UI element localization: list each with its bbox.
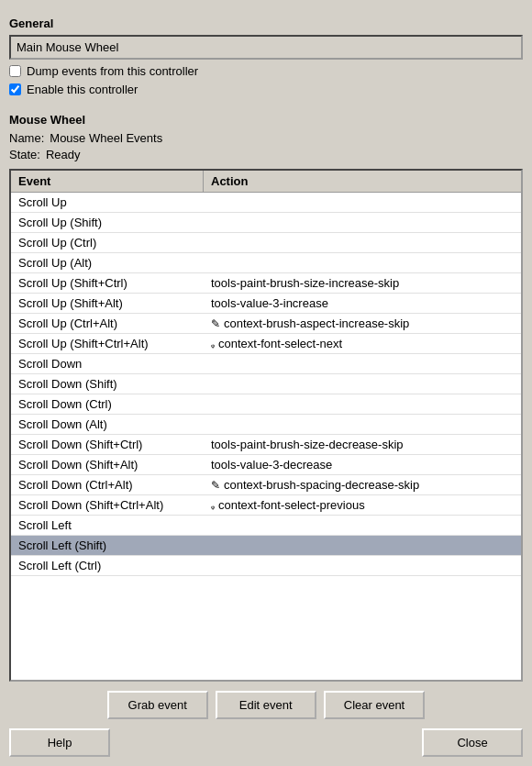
action-cell: context-brush-spacing-decrease-skip bbox=[204, 475, 521, 494]
action-cell bbox=[204, 233, 521, 252]
name-label: Name: bbox=[9, 131, 44, 145]
action-cell: tools-paint-brush-size-decrease-skip bbox=[204, 435, 521, 454]
action-cell bbox=[204, 516, 521, 535]
name-row: Name: Mouse Wheel Events bbox=[9, 131, 523, 145]
action-cell: context-font-select-previous bbox=[204, 495, 521, 515]
action-cell bbox=[204, 354, 521, 373]
event-cell: Scroll Up bbox=[11, 193, 204, 212]
event-cell: Scroll Down (Ctrl+Alt) bbox=[11, 475, 204, 494]
action-cell bbox=[204, 193, 521, 212]
action-cell: tools-paint-brush-size-increase-skip bbox=[204, 273, 521, 293]
table-row[interactable]: Scroll Down (Shift+Alt)tools-value-3-dec… bbox=[11, 455, 521, 475]
table-row[interactable]: Scroll Down (Alt) bbox=[11, 415, 521, 435]
mouse-wheel-section: Mouse Wheel Name: Mouse Wheel Events Sta… bbox=[9, 105, 523, 164]
state-row: State: Ready bbox=[9, 148, 523, 161]
state-label: State: bbox=[9, 148, 40, 161]
action-text: tools-paint-brush-size-decrease-skip bbox=[211, 438, 404, 451]
controller-name-input[interactable] bbox=[9, 35, 523, 60]
table-row[interactable]: Scroll Left bbox=[11, 516, 521, 536]
table-row[interactable]: Scroll Up bbox=[11, 193, 521, 213]
font-icon bbox=[211, 337, 215, 350]
table-row[interactable]: Scroll Up (Shift+Ctrl+Alt)context-font-s… bbox=[11, 334, 521, 354]
action-text: tools-paint-brush-size-increase-skip bbox=[211, 276, 399, 290]
event-cell: Scroll Up (Ctrl+Alt) bbox=[11, 314, 204, 333]
enable-controller-row: Enable this controller bbox=[9, 83, 523, 96]
event-cell: Scroll Up (Shift+Alt) bbox=[11, 294, 204, 313]
state-value: Ready bbox=[46, 148, 81, 161]
pencil-icon bbox=[211, 316, 220, 330]
action-buttons: Grab event Edit event Clear event bbox=[9, 691, 523, 719]
column-action: Action bbox=[204, 171, 521, 192]
table-row[interactable]: Scroll Down (Shift) bbox=[11, 374, 521, 394]
event-cell: Scroll Up (Shift+Ctrl) bbox=[11, 273, 204, 293]
table-row[interactable]: Scroll Up (Shift+Ctrl)tools-paint-brush-… bbox=[11, 273, 521, 294]
mouse-wheel-label: Mouse Wheel bbox=[9, 113, 523, 127]
close-button[interactable]: Close bbox=[422, 728, 523, 757]
table-row[interactable]: Scroll Left (Shift) bbox=[11, 536, 521, 556]
table-row[interactable]: Scroll Down (Shift+Ctrl)tools-paint-brus… bbox=[11, 435, 521, 455]
dump-events-row: Dump events from this controller bbox=[9, 64, 523, 78]
event-cell: Scroll Down (Alt) bbox=[11, 415, 204, 434]
event-cell: Scroll Down (Shift+Alt) bbox=[11, 455, 204, 474]
table-body: Scroll UpScroll Up (Shift)Scroll Up (Ctr… bbox=[11, 193, 521, 576]
clear-event-button[interactable]: Clear event bbox=[324, 691, 425, 719]
event-cell: Scroll Left (Ctrl) bbox=[11, 556, 204, 575]
action-text: context-brush-aspect-increase-skip bbox=[224, 316, 409, 330]
event-cell: Scroll Left (Shift) bbox=[11, 536, 204, 555]
general-section: General Dump events from this controller… bbox=[9, 9, 523, 96]
event-cell: Scroll Down bbox=[11, 354, 204, 373]
action-text: tools-value-3-increase bbox=[211, 296, 328, 310]
action-cell: tools-value-3-increase bbox=[204, 294, 521, 313]
table-row[interactable]: Scroll Left (Ctrl) bbox=[11, 556, 521, 576]
action-cell bbox=[204, 374, 521, 394]
table-row[interactable]: Scroll Up (Shift+Alt)tools-value-3-incre… bbox=[11, 294, 521, 314]
action-cell bbox=[204, 536, 521, 555]
action-cell: tools-value-3-decrease bbox=[204, 455, 521, 474]
table-row[interactable]: Scroll Up (Ctrl) bbox=[11, 233, 521, 253]
table-row[interactable]: Scroll Down (Ctrl) bbox=[11, 394, 521, 415]
table-row[interactable]: Scroll Down bbox=[11, 354, 521, 374]
action-cell bbox=[204, 556, 521, 575]
enable-controller-label: Enable this controller bbox=[27, 83, 138, 96]
name-value: Mouse Wheel Events bbox=[50, 131, 162, 145]
table-header: Event Action bbox=[11, 171, 521, 193]
event-cell: Scroll Up (Alt) bbox=[11, 253, 204, 272]
edit-event-button[interactable]: Edit event bbox=[216, 691, 316, 719]
action-cell bbox=[204, 394, 521, 414]
table-row[interactable]: Scroll Up (Ctrl+Alt)context-brush-aspect… bbox=[11, 314, 521, 334]
event-cell: Scroll Left bbox=[11, 516, 204, 535]
event-cell: Scroll Down (Shift+Ctrl+Alt) bbox=[11, 495, 204, 515]
action-text: context-font-select-previous bbox=[218, 498, 365, 512]
action-text: context-brush-spacing-decrease-skip bbox=[224, 478, 419, 492]
dump-events-checkbox[interactable] bbox=[9, 65, 21, 77]
font-icon bbox=[211, 498, 215, 512]
pencil-icon bbox=[211, 478, 220, 492]
event-cell: Scroll Up (Ctrl) bbox=[11, 233, 204, 252]
help-button[interactable]: Help bbox=[9, 728, 110, 757]
table-row[interactable]: Scroll Up (Alt) bbox=[11, 253, 521, 273]
table-row[interactable]: Scroll Up (Shift) bbox=[11, 213, 521, 233]
table-row[interactable]: Scroll Down (Ctrl+Alt)context-brush-spac… bbox=[11, 475, 521, 495]
dump-events-label: Dump events from this controller bbox=[27, 64, 198, 78]
action-text: tools-value-3-decrease bbox=[211, 458, 332, 472]
event-cell: Scroll Up (Shift+Ctrl+Alt) bbox=[11, 334, 204, 353]
general-label: General bbox=[9, 17, 523, 30]
event-cell: Scroll Down (Ctrl) bbox=[11, 394, 204, 414]
action-cell bbox=[204, 415, 521, 434]
event-cell: Scroll Down (Shift) bbox=[11, 374, 204, 394]
action-text: context-font-select-next bbox=[218, 337, 342, 350]
enable-controller-checkbox[interactable] bbox=[9, 83, 21, 95]
grab-event-button[interactable]: Grab event bbox=[107, 691, 208, 719]
action-cell: context-font-select-next bbox=[204, 334, 521, 353]
action-cell bbox=[204, 253, 521, 272]
column-event: Event bbox=[11, 171, 204, 192]
table-row[interactable]: Scroll Down (Shift+Ctrl+Alt)context-font… bbox=[11, 495, 521, 516]
event-cell: Scroll Up (Shift) bbox=[11, 213, 204, 232]
events-table-container[interactable]: Event Action Scroll UpScroll Up (Shift)S… bbox=[9, 169, 523, 682]
action-cell bbox=[204, 213, 521, 232]
footer-row: Help Close bbox=[9, 728, 523, 757]
action-cell: context-brush-aspect-increase-skip bbox=[204, 314, 521, 333]
event-cell: Scroll Down (Shift+Ctrl) bbox=[11, 435, 204, 454]
